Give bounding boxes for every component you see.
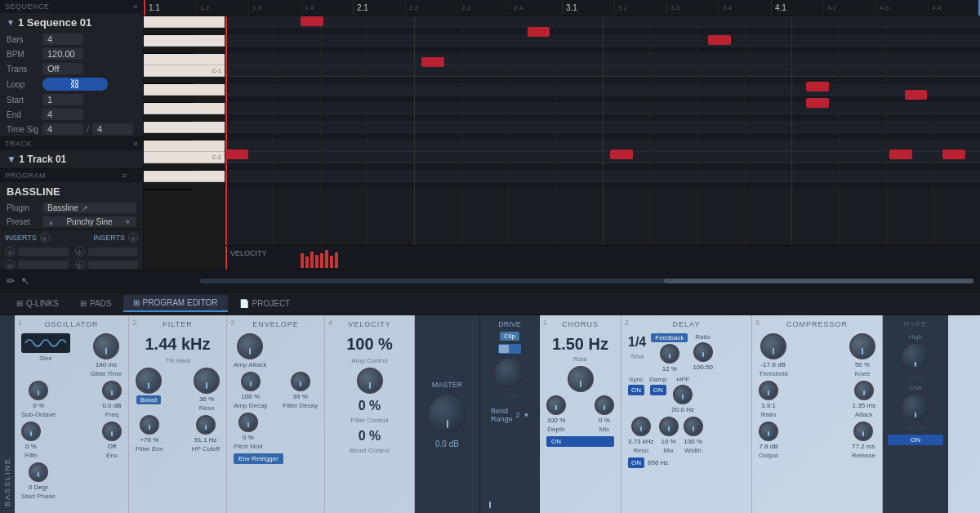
- pencil-icon[interactable]: ✏: [7, 275, 15, 287]
- note-3[interactable]: [528, 27, 550, 37]
- note-2[interactable]: [421, 57, 444, 67]
- sequence-menu-icon[interactable]: ≡: [133, 2, 138, 11]
- loop-toggle[interactable]: ⛓: [42, 78, 108, 91]
- delay-mix-knob[interactable]: [659, 417, 679, 436]
- env-knob[interactable]: [102, 422, 122, 441]
- chorus-on-toggle[interactable]: ON: [546, 436, 614, 447]
- trans-value[interactable]: Off: [42, 63, 83, 74]
- tab-project[interactable]: 📄 PROJECT: [229, 296, 301, 311]
- plugin-value[interactable]: Bassline ↗: [42, 203, 136, 213]
- note-11[interactable]: [942, 149, 965, 159]
- chorus-depth-knob[interactable]: [546, 395, 566, 415]
- insert-power-r2[interactable]: ⏻: [75, 260, 85, 270]
- key-white[interactable]: [144, 16, 225, 28]
- tab-pads[interactable]: ⊞ PADS: [70, 296, 122, 311]
- reso-knob[interactable]: [194, 368, 220, 394]
- key-c1[interactable]: C-1: [144, 65, 225, 77]
- key-white-8[interactable]: [144, 141, 225, 152]
- hype-high-knob[interactable]: [901, 342, 930, 372]
- hpf-knob[interactable]: [673, 385, 693, 404]
- tab-program-editor[interactable]: ⊞ PROGRAM EDITOR: [123, 295, 228, 312]
- plugin-open-icon[interactable]: ↗: [82, 204, 88, 212]
- note-7[interactable]: [806, 98, 829, 108]
- hp-cutoff-knob[interactable]: [196, 415, 216, 435]
- filter-decay-knob[interactable]: [291, 372, 310, 391]
- scroll-thumb[interactable]: [664, 279, 973, 283]
- key-black[interactable]: [144, 28, 193, 35]
- track-menu-icon[interactable]: ≡: [133, 140, 138, 148]
- time-sig-den[interactable]: 4: [92, 123, 133, 135]
- comp-ratio-knob[interactable]: [759, 381, 778, 400]
- pitch-mod-knob[interactable]: [238, 413, 258, 432]
- pointer-icon[interactable]: ↖: [21, 275, 29, 287]
- note-1[interactable]: [301, 16, 323, 26]
- start-value[interactable]: 1: [42, 94, 83, 105]
- hype-low-knob[interactable]: [901, 393, 930, 422]
- key-black-5[interactable]: [144, 114, 193, 122]
- program-list-icon[interactable]: ≡: [122, 172, 127, 180]
- key-black-7[interactable]: [144, 163, 193, 171]
- bend-range-arrow-icon[interactable]: ▼: [523, 412, 530, 419]
- output-knob[interactable]: [759, 422, 778, 441]
- attack-knob[interactable]: [854, 381, 874, 400]
- scroll-track[interactable]: [200, 279, 973, 283]
- inserts-power-left[interactable]: ⏻: [40, 233, 50, 243]
- drive-knob[interactable]: [493, 357, 526, 390]
- chorus-mix-knob[interactable]: [595, 395, 614, 415]
- note-grid[interactable]: VELOCITY: [225, 16, 980, 270]
- damp-toggle[interactable]: ON: [650, 385, 666, 395]
- reso-freq-knob[interactable]: [631, 417, 651, 436]
- insert-power-2[interactable]: ⏻: [5, 260, 15, 270]
- sub-octave-knob[interactable]: [29, 381, 48, 400]
- key-black-2[interactable]: [144, 47, 193, 54]
- key-c2[interactable]: C-2: [144, 152, 225, 163]
- master-knob[interactable]: [427, 394, 468, 435]
- delay-on-toggle[interactable]: ON: [628, 457, 644, 468]
- note-8[interactable]: [905, 90, 928, 100]
- drive-toggle[interactable]: [498, 344, 521, 354]
- release-knob[interactable]: [853, 422, 873, 441]
- lp-cutoff-knob[interactable]: [136, 368, 162, 394]
- key-white-7[interactable]: [144, 122, 225, 133]
- amp-control-knob[interactable]: [357, 368, 383, 394]
- amp-decay-knob[interactable]: [241, 372, 261, 391]
- key-white-5[interactable]: [144, 84, 225, 96]
- key-white-9[interactable]: [144, 171, 225, 182]
- note-9[interactable]: [225, 149, 248, 159]
- note-5[interactable]: [708, 35, 731, 45]
- bars-value[interactable]: 4: [42, 33, 83, 45]
- note-10[interactable]: [889, 149, 912, 159]
- hype-on-toggle[interactable]: ON: [888, 435, 943, 445]
- glide-time-knob[interactable]: [93, 333, 119, 359]
- env-retrig-badge[interactable]: Env Retrigger: [234, 453, 283, 464]
- key-white-6[interactable]: [144, 103, 225, 114]
- end-value[interactable]: 4: [42, 109, 83, 120]
- threshold-knob[interactable]: [760, 333, 786, 359]
- key-white-2[interactable]: [144, 35, 225, 47]
- chorus-rate-knob[interactable]: [568, 366, 594, 392]
- key-black-4[interactable]: [144, 96, 193, 103]
- start-phase-knob[interactable]: [29, 462, 48, 482]
- tab-qlinks[interactable]: ⊞ Q-LINKS: [7, 296, 69, 311]
- ratio-knob[interactable]: [693, 342, 713, 362]
- key-black-8[interactable]: [144, 182, 193, 190]
- preset-selector[interactable]: ▲ Punchy Sine ▼: [42, 216, 136, 227]
- delay-feedback-knob[interactable]: [660, 344, 679, 364]
- inserts-power-right[interactable]: ⏻: [128, 233, 138, 243]
- program-menu-icon[interactable]: …: [131, 172, 139, 180]
- note-6[interactable]: [806, 82, 829, 91]
- key-white-3[interactable]: [144, 54, 225, 65]
- fifth-knob[interactable]: [21, 422, 41, 441]
- filter-env-knob[interactable]: [140, 415, 159, 435]
- freq-knob[interactable]: [102, 381, 122, 400]
- key-black-3[interactable]: [144, 77, 193, 84]
- knee-knob[interactable]: [849, 333, 875, 359]
- insert-power-r1[interactable]: ⏻: [75, 247, 85, 256]
- key-black-6[interactable]: [144, 133, 193, 141]
- note-4[interactable]: [610, 149, 633, 159]
- amp-attack-knob[interactable]: [237, 333, 263, 359]
- time-sig-num[interactable]: 4: [42, 123, 83, 135]
- insert-power-1[interactable]: ⏻: [5, 247, 15, 256]
- bpm-value[interactable]: 120.00: [42, 48, 83, 60]
- sync-toggle[interactable]: ON: [628, 385, 644, 395]
